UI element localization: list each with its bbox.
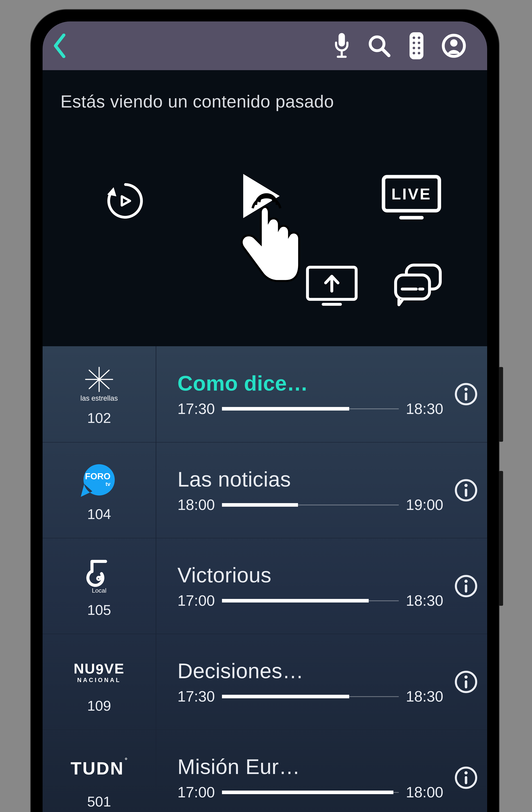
svg-point-34 (464, 388, 468, 391)
svg-rect-52 (465, 776, 467, 784)
svg-point-45 (464, 580, 468, 583)
program-cell[interactable]: Victorious 17:00 18:30 (156, 538, 487, 634)
channel-cell[interactable]: las estrellas 102 (43, 346, 156, 442)
guide-row[interactable]: TUDN° 501 Misión Eur… 17:00 18:00 (43, 729, 487, 812)
channel-number: 109 (87, 697, 111, 714)
channel-cell[interactable]: Local 105 (43, 538, 156, 634)
device-frame: Estás viendo un contenido pasado (31, 10, 499, 812)
end-time: 18:30 (406, 592, 443, 609)
progress-bar (222, 791, 399, 794)
guide-row[interactable]: las estrellas 102 Como dice… 17:30 (43, 346, 487, 442)
svg-rect-0 (338, 33, 345, 47)
progress-bar (222, 407, 399, 410)
channel-number: 104 (87, 506, 111, 522)
channel-cell[interactable]: TUDN° 501 (43, 730, 156, 812)
program-cell[interactable]: Misión Eur… 17:00 18:00 (156, 730, 487, 812)
svg-line-4 (382, 49, 389, 56)
end-time: 18:30 (406, 688, 443, 705)
device-side-button (499, 471, 503, 606)
info-icon (454, 382, 478, 406)
svg-text:tv: tv (106, 481, 110, 487)
svg-marker-17 (122, 196, 130, 205)
program-cell[interactable]: Como dice… 17:30 18:30 (156, 346, 487, 442)
chevron-left-icon (52, 34, 67, 58)
program-cell[interactable]: Las noticias 18:00 19:00 (156, 443, 487, 538)
guide-row[interactable]: FORO tv 104 Las noticias 18:00 (43, 442, 487, 538)
program-cell[interactable]: Decisiones… 17:30 18:30 (156, 634, 487, 729)
channel-logo-nueve: NU9VE NACIONAL (46, 651, 152, 694)
search-icon (367, 34, 391, 58)
program-timeline: 18:00 19:00 (178, 496, 443, 513)
channel-logo-canal-5: Local (46, 555, 152, 598)
svg-point-48 (464, 676, 468, 679)
play-button[interactable] (225, 162, 293, 230)
svg-rect-40 (465, 489, 467, 497)
program-title: Misión Eur… (178, 754, 443, 779)
info-button[interactable] (451, 763, 481, 792)
play-icon (231, 169, 286, 223)
start-time: 18:00 (178, 496, 215, 513)
guide-row[interactable]: Local 105 Victorious 17:00 (43, 538, 487, 634)
svg-point-51 (464, 771, 468, 774)
end-time: 18:30 (406, 400, 443, 417)
program-timeline: 17:00 18:30 (178, 592, 443, 609)
program-timeline: 17:30 18:30 (178, 400, 443, 417)
channel-number: 501 (87, 793, 111, 810)
svg-marker-18 (243, 174, 280, 218)
svg-rect-5 (409, 32, 423, 59)
rewind-button[interactable] (96, 172, 155, 230)
program-title: Como dice… (178, 371, 443, 395)
svg-text:las estrellas: las estrellas (81, 394, 118, 402)
cast-icon (305, 264, 359, 306)
remote-button[interactable] (398, 21, 435, 70)
profile-icon (442, 34, 466, 58)
progress-bar (222, 599, 399, 603)
svg-point-13 (418, 52, 420, 54)
svg-point-7 (418, 37, 420, 39)
live-tv-icon: LIVE (380, 174, 442, 221)
player-area: Estás viendo un contenido pasado (43, 70, 487, 346)
info-button[interactable] (451, 476, 481, 505)
channel-guide[interactable]: las estrellas 102 Como dice… 17:30 (43, 346, 487, 812)
cast-button[interactable] (303, 261, 361, 310)
svg-rect-25 (396, 275, 430, 299)
channel-logo-tudn: TUDN° (46, 747, 152, 789)
progress-bar (222, 695, 399, 698)
svg-point-11 (418, 47, 420, 49)
info-icon (454, 478, 478, 503)
svg-rect-49 (465, 680, 467, 688)
info-button[interactable] (451, 667, 481, 697)
program-title: Victorious (178, 563, 443, 587)
end-time: 18:00 (406, 784, 443, 801)
info-button[interactable] (451, 379, 481, 409)
channel-logo-las-estrellas: las estrellas (46, 364, 152, 406)
svg-point-10 (412, 47, 415, 49)
svg-text:FORO: FORO (85, 471, 111, 481)
svg-rect-35 (465, 392, 467, 401)
info-button[interactable] (451, 571, 481, 601)
remote-icon (408, 31, 424, 60)
start-time: 17:00 (178, 592, 215, 609)
top-bar (43, 21, 487, 70)
channel-cell[interactable]: NU9VE NACIONAL 109 (43, 634, 156, 729)
info-icon (454, 670, 478, 694)
channel-number: 105 (87, 602, 111, 618)
microphone-icon (333, 32, 351, 60)
guide-row[interactable]: NU9VE NACIONAL 109 Decisiones… 17:30 (43, 634, 487, 729)
channel-cell[interactable]: FORO tv 104 (43, 443, 156, 538)
profile-button[interactable] (435, 21, 473, 70)
search-button[interactable] (360, 21, 398, 70)
start-time: 17:00 (178, 784, 215, 801)
player-controls: LIVE (49, 112, 481, 339)
program-title: Decisiones… (178, 659, 443, 683)
program-timeline: 17:00 18:00 (178, 784, 443, 801)
program-timeline: 17:30 18:30 (178, 688, 443, 705)
back-button[interactable] (49, 21, 70, 70)
svg-point-8 (412, 42, 415, 44)
svg-point-15 (450, 39, 458, 47)
voice-button[interactable] (323, 21, 360, 70)
svg-rect-46 (465, 584, 467, 593)
svg-point-9 (418, 42, 420, 44)
live-button[interactable]: LIVE (377, 172, 446, 223)
subtitles-button[interactable] (390, 261, 446, 310)
